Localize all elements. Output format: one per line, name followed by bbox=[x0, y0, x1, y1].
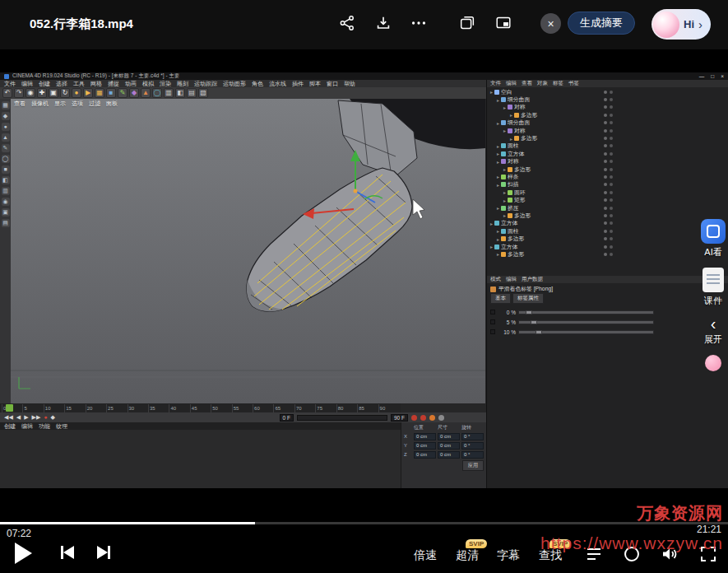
expand-arrow-icon: ▸ bbox=[508, 112, 514, 118]
generate-summary-button[interactable]: 生成摘要 bbox=[568, 12, 635, 35]
timeline-tick: 75 bbox=[315, 404, 336, 412]
viewport: 查看摄像机显示选项过滤面板 bbox=[11, 99, 485, 403]
courseware-button[interactable]: 课件 bbox=[702, 268, 724, 307]
slider-value: 0 % bbox=[498, 310, 516, 315]
expand-arrow-icon: ▸ bbox=[495, 174, 501, 179]
courseware-icon bbox=[702, 268, 724, 292]
next-button[interactable] bbox=[97, 546, 110, 559]
visibility-toggles bbox=[604, 152, 613, 156]
viewport-menu-item: 显示 bbox=[54, 100, 66, 108]
tool-icon: ◧ bbox=[175, 88, 185, 98]
size-field: 0 cm bbox=[438, 433, 460, 440]
avatar bbox=[653, 12, 679, 38]
ai-watch-label: AI看 bbox=[704, 246, 721, 259]
expand-arrow-icon: ▸ bbox=[495, 159, 501, 165]
object-icon bbox=[501, 236, 506, 241]
coordinates-col-label: 位置 bbox=[414, 424, 436, 431]
record-scale-icon bbox=[420, 415, 426, 421]
menu-item: 工具 bbox=[73, 80, 85, 87]
assistant-icon[interactable] bbox=[705, 355, 721, 371]
object-icon bbox=[501, 97, 506, 102]
object-row: ▸ 多边形 bbox=[487, 212, 728, 219]
record-rotation-icon bbox=[429, 415, 435, 421]
attribute-sliders: 0 % 5 % 10 % bbox=[490, 307, 696, 337]
object-icon bbox=[501, 206, 506, 211]
visibility-toggles bbox=[604, 253, 613, 256]
quality-button[interactable]: 超清 bbox=[456, 548, 479, 563]
close-window-icon: × bbox=[721, 73, 724, 79]
subtitle-button[interactable]: 字幕 bbox=[497, 548, 520, 563]
expand-arrow-icon: ▸ bbox=[502, 105, 508, 110]
video-content[interactable]: CINEMA 4D R19.024 Studio (RC - R19) - [未… bbox=[0, 72, 728, 488]
rotation-field: 0 ° bbox=[461, 442, 484, 450]
viewport-menu-item: 面板 bbox=[106, 100, 118, 108]
slider-value: 5 % bbox=[498, 319, 516, 325]
visibility-toggles bbox=[604, 168, 613, 171]
greeting-text: Hi bbox=[684, 18, 694, 30]
attribute-menu-item: 用户数据 bbox=[522, 276, 543, 283]
visibility-toggles bbox=[604, 175, 613, 179]
axis-label: X bbox=[404, 433, 412, 440]
timeline-tick: 70 bbox=[294, 404, 315, 412]
materials-panel: 创建编辑功能纹理 bbox=[0, 422, 401, 488]
object-icon bbox=[501, 143, 506, 148]
ai-watch-button[interactable]: AI看 bbox=[701, 219, 726, 259]
expand-arrow-icon: ▸ bbox=[502, 166, 508, 172]
transport-icon: ▶ bbox=[24, 413, 28, 422]
timeline-tick: 5 bbox=[22, 404, 43, 412]
more-icon[interactable] bbox=[409, 14, 429, 34]
transport-controls: ◀◀◀▶▶▶ bbox=[4, 413, 40, 422]
account-button[interactable]: Hi › bbox=[651, 9, 711, 40]
visibility-toggles bbox=[604, 129, 613, 133]
download-icon[interactable] bbox=[373, 14, 393, 34]
object-row: ▸ 立方体 bbox=[487, 220, 728, 227]
record-position-icon bbox=[411, 415, 417, 421]
visibility-toggles bbox=[604, 121, 613, 124]
play-button[interactable] bbox=[15, 543, 32, 564]
visibility-toggles bbox=[604, 191, 613, 194]
expand-arrow-icon: ▸ bbox=[495, 228, 501, 234]
menu-item: 帮助 bbox=[344, 80, 355, 87]
close-button[interactable]: × bbox=[540, 13, 561, 34]
mode-icon: ◯ bbox=[2, 155, 10, 163]
visibility-toggles bbox=[604, 91, 613, 94]
progress-bar[interactable] bbox=[0, 522, 728, 524]
timeline-tick: 25 bbox=[106, 404, 127, 412]
previous-button[interactable] bbox=[61, 546, 74, 559]
attribute-tab: 标签属性 bbox=[512, 293, 544, 304]
tool-icon: ▦ bbox=[95, 88, 104, 98]
attribute-slider-row: 0 % bbox=[490, 307, 696, 317]
menu-item: 插件 bbox=[292, 80, 304, 87]
visibility-toggles bbox=[604, 214, 613, 217]
object-icon bbox=[508, 198, 512, 203]
object-icon bbox=[508, 213, 512, 218]
watermark-site: 万象资源网 bbox=[637, 502, 723, 524]
coordinates-col-label: 旋转 bbox=[461, 424, 484, 431]
visibility-toggles bbox=[604, 245, 613, 249]
visibility-toggles bbox=[604, 230, 613, 233]
timeline-tick: 45 bbox=[190, 404, 211, 412]
timeline-playhead bbox=[6, 404, 13, 412]
c4d-toolbar: ↶↷◉✚▣↻●▶▦■✎◆▲◯▥◧▤▧ bbox=[0, 87, 486, 99]
menu-item: 脚本 bbox=[309, 80, 321, 87]
object-manager-menubar: 文件编辑查看对象标签书签 bbox=[487, 80, 728, 87]
slider-value: 10 % bbox=[498, 329, 516, 335]
object-row: ▸ 圆柱 bbox=[487, 227, 728, 235]
viewport-menu-item: 选项 bbox=[72, 100, 83, 108]
speed-button[interactable]: 倍速 bbox=[414, 548, 437, 563]
share-icon[interactable] bbox=[337, 14, 357, 34]
timeline-tick: 35 bbox=[148, 404, 169, 412]
capture-icon[interactable] bbox=[457, 14, 477, 34]
checkbox bbox=[490, 319, 495, 324]
coordinates-row: Z 0 cm 0 cm 0 ° bbox=[404, 451, 484, 459]
expand-arrow-icon: ▸ bbox=[495, 143, 501, 149]
axis-label: Z bbox=[404, 451, 412, 459]
transport-icon: ▶▶ bbox=[32, 413, 41, 422]
expand-button[interactable]: ‹ 展开 bbox=[704, 316, 722, 346]
menu-item: 流水线 bbox=[269, 80, 286, 87]
mini-player-icon[interactable] bbox=[494, 14, 513, 34]
object-icon bbox=[501, 175, 506, 179]
rotation-field: 0 ° bbox=[461, 433, 484, 440]
visibility-toggles bbox=[604, 137, 613, 140]
materials-menu-item: 编辑 bbox=[21, 422, 33, 431]
